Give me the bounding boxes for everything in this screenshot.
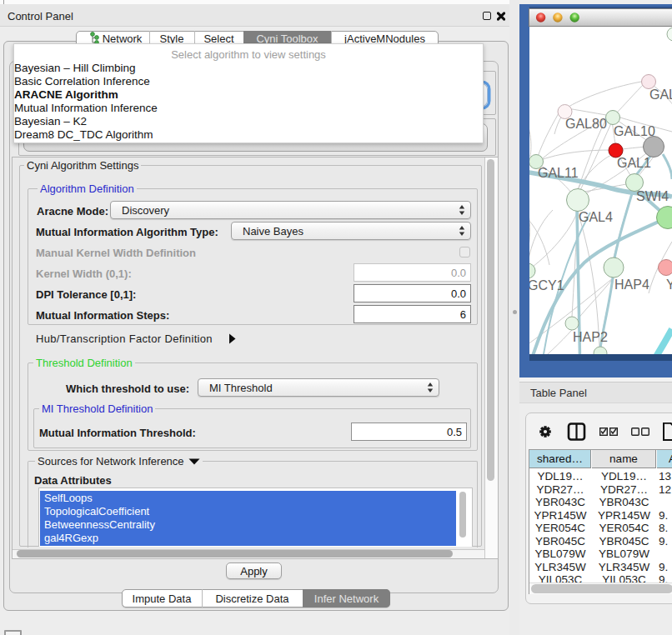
- svg-text:GAL10: GAL10: [614, 124, 655, 138]
- svg-text:SWI4: SWI4: [636, 189, 669, 203]
- svg-text:GCY1: GCY1: [528, 278, 564, 292]
- svg-text:HAP4: HAP4: [614, 278, 649, 292]
- svg-text:GAL1: GAL1: [617, 156, 651, 170]
- svg-text:GAL80: GAL80: [565, 117, 607, 131]
- svg-text:HAP2: HAP2: [573, 330, 608, 344]
- svg-text:GAL11: GAL11: [538, 166, 579, 180]
- svg-text:Y: Y: [666, 278, 672, 292]
- svg-text:GAL7: GAL7: [649, 88, 672, 102]
- svg-text:GAL4: GAL4: [579, 210, 613, 224]
